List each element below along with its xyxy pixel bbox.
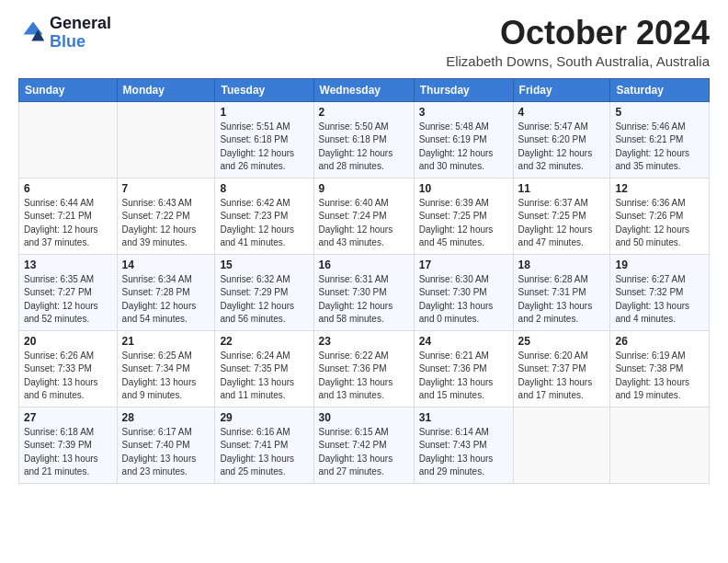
col-tuesday: Tuesday — [215, 78, 313, 101]
day-number: 6 — [24, 182, 112, 195]
calendar-header-row: Sunday Monday Tuesday Wednesday Thursday… — [19, 78, 710, 101]
day-number: 26 — [615, 335, 704, 348]
location: Elizabeth Downs, South Australia, Austra… — [446, 53, 710, 69]
table-row: 29Sunrise: 6:16 AMSunset: 7:41 PMDayligh… — [215, 407, 313, 483]
table-row — [610, 407, 710, 483]
page: General Blue October 2024 Elizabeth Down… — [0, 0, 728, 493]
day-info: Sunrise: 6:36 AMSunset: 7:26 PMDaylight:… — [615, 197, 704, 250]
table-row: 14Sunrise: 6:34 AMSunset: 7:28 PMDayligh… — [117, 254, 215, 330]
col-friday: Friday — [513, 78, 610, 101]
logo-line1: General — [50, 14, 111, 32]
day-info: Sunrise: 6:16 AMSunset: 7:41 PMDaylight:… — [220, 426, 308, 479]
day-number: 30 — [319, 411, 409, 424]
day-number: 15 — [220, 259, 308, 271]
day-number: 20 — [24, 335, 112, 348]
day-info: Sunrise: 5:50 AMSunset: 6:18 PMDaylight:… — [319, 121, 409, 174]
table-row: 21Sunrise: 6:25 AMSunset: 7:34 PMDayligh… — [117, 330, 215, 407]
calendar-week-row: 6Sunrise: 6:44 AMSunset: 7:21 PMDaylight… — [19, 178, 710, 254]
day-info: Sunrise: 6:20 AMSunset: 7:37 PMDaylight:… — [518, 350, 606, 403]
day-info: Sunrise: 6:28 AMSunset: 7:31 PMDaylight:… — [518, 273, 606, 327]
table-row: 1Sunrise: 5:51 AMSunset: 6:18 PMDaylight… — [215, 101, 313, 178]
day-number: 13 — [24, 259, 112, 271]
table-row: 30Sunrise: 6:15 AMSunset: 7:42 PMDayligh… — [313, 407, 414, 483]
day-number: 27 — [24, 411, 112, 424]
table-row: 22Sunrise: 6:24 AMSunset: 7:35 PMDayligh… — [215, 330, 313, 407]
day-info: Sunrise: 6:30 AMSunset: 7:30 PMDaylight:… — [419, 273, 508, 327]
day-info: Sunrise: 6:43 AMSunset: 7:22 PMDaylight:… — [122, 197, 210, 250]
day-info: Sunrise: 6:25 AMSunset: 7:34 PMDaylight:… — [122, 350, 210, 403]
day-number: 10 — [419, 182, 508, 195]
table-row: 24Sunrise: 6:21 AMSunset: 7:36 PMDayligh… — [414, 330, 513, 407]
table-row: 27Sunrise: 6:18 AMSunset: 7:39 PMDayligh… — [19, 407, 118, 483]
day-number: 31 — [419, 411, 508, 424]
header: General Blue October 2024 Elizabeth Down… — [18, 15, 710, 69]
table-row: 12Sunrise: 6:36 AMSunset: 7:26 PMDayligh… — [610, 178, 710, 254]
day-info: Sunrise: 6:19 AMSunset: 7:38 PMDaylight:… — [615, 350, 704, 403]
table-row: 6Sunrise: 6:44 AMSunset: 7:21 PMDaylight… — [19, 178, 118, 254]
table-row: 10Sunrise: 6:39 AMSunset: 7:25 PMDayligh… — [414, 178, 513, 254]
table-row — [117, 101, 215, 178]
day-info: Sunrise: 6:32 AMSunset: 7:29 PMDaylight:… — [220, 273, 308, 327]
day-info: Sunrise: 5:47 AMSunset: 6:20 PMDaylight:… — [518, 121, 606, 174]
calendar-week-row: 20Sunrise: 6:26 AMSunset: 7:33 PMDayligh… — [19, 330, 710, 407]
day-info: Sunrise: 6:39 AMSunset: 7:25 PMDaylight:… — [419, 197, 508, 250]
col-saturday: Saturday — [610, 78, 710, 101]
day-info: Sunrise: 6:26 AMSunset: 7:33 PMDaylight:… — [24, 350, 112, 403]
day-number: 22 — [220, 335, 308, 348]
day-number: 9 — [319, 182, 409, 195]
day-info: Sunrise: 6:27 AMSunset: 7:32 PMDaylight:… — [615, 273, 704, 327]
day-number: 29 — [220, 411, 308, 424]
day-number: 28 — [122, 411, 210, 424]
calendar-week-row: 1Sunrise: 5:51 AMSunset: 6:18 PMDaylight… — [19, 101, 710, 178]
day-number: 4 — [518, 106, 606, 119]
day-info: Sunrise: 6:21 AMSunset: 7:36 PMDaylight:… — [419, 350, 508, 403]
day-info: Sunrise: 6:40 AMSunset: 7:24 PMDaylight:… — [319, 197, 409, 250]
day-number: 21 — [122, 335, 210, 348]
day-info: Sunrise: 6:34 AMSunset: 7:28 PMDaylight:… — [122, 273, 210, 327]
table-row: 15Sunrise: 6:32 AMSunset: 7:29 PMDayligh… — [215, 254, 313, 330]
col-monday: Monday — [117, 78, 215, 101]
table-row — [19, 101, 118, 178]
day-info: Sunrise: 6:15 AMSunset: 7:42 PMDaylight:… — [319, 426, 409, 479]
logo-line2: Blue — [50, 33, 111, 52]
table-row: 11Sunrise: 6:37 AMSunset: 7:25 PMDayligh… — [513, 178, 610, 254]
day-info: Sunrise: 6:31 AMSunset: 7:30 PMDaylight:… — [319, 273, 409, 327]
day-number: 3 — [419, 106, 508, 119]
day-info: Sunrise: 6:22 AMSunset: 7:36 PMDaylight:… — [319, 350, 409, 403]
day-info: Sunrise: 6:42 AMSunset: 7:23 PMDaylight:… — [220, 197, 308, 250]
table-row: 3Sunrise: 5:48 AMSunset: 6:19 PMDaylight… — [414, 101, 513, 178]
day-info: Sunrise: 6:18 AMSunset: 7:39 PMDaylight:… — [24, 426, 112, 479]
day-number: 7 — [122, 182, 210, 195]
table-row: 4Sunrise: 5:47 AMSunset: 6:20 PMDaylight… — [513, 101, 610, 178]
svg-marker-0 — [24, 21, 43, 34]
day-info: Sunrise: 6:37 AMSunset: 7:25 PMDaylight:… — [518, 197, 606, 250]
day-number: 5 — [615, 106, 704, 119]
calendar-week-row: 27Sunrise: 6:18 AMSunset: 7:39 PMDayligh… — [19, 407, 710, 483]
calendar-table: Sunday Monday Tuesday Wednesday Thursday… — [18, 78, 710, 484]
table-row — [513, 407, 610, 483]
logo: General Blue — [18, 15, 111, 52]
month-title: October 2024 — [446, 15, 710, 52]
day-number: 8 — [220, 182, 308, 195]
day-info: Sunrise: 6:17 AMSunset: 7:40 PMDaylight:… — [122, 426, 210, 479]
col-sunday: Sunday — [19, 78, 118, 101]
col-thursday: Thursday — [414, 78, 513, 101]
day-info: Sunrise: 6:14 AMSunset: 7:43 PMDaylight:… — [419, 426, 508, 479]
table-row: 18Sunrise: 6:28 AMSunset: 7:31 PMDayligh… — [513, 254, 610, 330]
calendar-week-row: 13Sunrise: 6:35 AMSunset: 7:27 PMDayligh… — [19, 254, 710, 330]
table-row: 20Sunrise: 6:26 AMSunset: 7:33 PMDayligh… — [19, 330, 118, 407]
table-row: 16Sunrise: 6:31 AMSunset: 7:30 PMDayligh… — [313, 254, 414, 330]
col-wednesday: Wednesday — [313, 78, 414, 101]
day-number: 25 — [518, 335, 606, 348]
day-number: 11 — [518, 182, 606, 195]
title-block: October 2024 Elizabeth Downs, South Aust… — [446, 15, 710, 69]
table-row: 5Sunrise: 5:46 AMSunset: 6:21 PMDaylight… — [610, 101, 710, 178]
table-row: 31Sunrise: 6:14 AMSunset: 7:43 PMDayligh… — [414, 407, 513, 483]
table-row: 28Sunrise: 6:17 AMSunset: 7:40 PMDayligh… — [117, 407, 215, 483]
day-info: Sunrise: 6:44 AMSunset: 7:21 PMDaylight:… — [24, 197, 112, 250]
table-row: 2Sunrise: 5:50 AMSunset: 6:18 PMDaylight… — [313, 101, 414, 178]
day-number: 1 — [220, 106, 308, 119]
day-number: 14 — [122, 259, 210, 271]
day-info: Sunrise: 5:46 AMSunset: 6:21 PMDaylight:… — [615, 121, 704, 174]
day-number: 12 — [615, 182, 704, 195]
